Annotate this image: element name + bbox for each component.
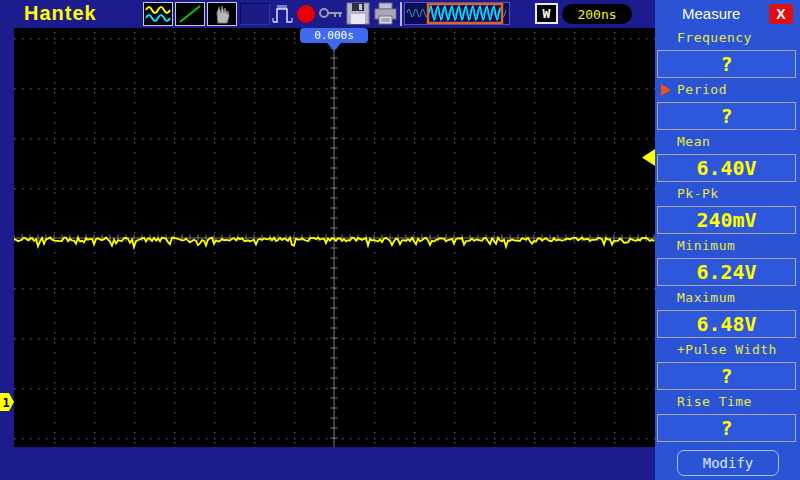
selected-item-arrow-icon <box>661 84 671 96</box>
measure-item-rise-time[interactable]: Rise Time <box>677 394 752 412</box>
preview-wave-glyph <box>405 3 509 24</box>
save-icon[interactable] <box>346 2 370 29</box>
measure-value-frequency: ? <box>657 50 796 78</box>
trigger-level-marker[interactable] <box>641 149 655 171</box>
waveform-channels-icon[interactable] <box>143 2 173 26</box>
close-icon[interactable]: X <box>769 4 793 24</box>
waveform-preview-strip[interactable] <box>404 2 510 25</box>
key-icon[interactable] <box>319 6 344 25</box>
hand-tool-glyph <box>208 3 236 25</box>
print-glyph <box>373 2 398 26</box>
toolbar-input-field[interactable] <box>240 3 270 25</box>
measure-item--pulse-width[interactable]: +Pulse Width <box>677 342 777 360</box>
print-icon[interactable] <box>373 2 398 30</box>
panel-title: Measure <box>682 5 740 22</box>
status-bar: DC 20 2.00V CH1 9.76V 0.00000Hz <box>0 447 655 480</box>
trigger-level-glyph <box>641 149 655 167</box>
window-icon[interactable]: W <box>535 3 558 24</box>
measure-value-pk-pk: 240mV <box>657 206 796 234</box>
waveform-channels-glyph <box>144 3 172 25</box>
measure-value-rise-time: ? <box>657 414 796 442</box>
modify-button[interactable]: Modify <box>677 450 779 476</box>
hand-tool-icon[interactable] <box>207 2 237 26</box>
pulse-glyph <box>271 2 295 26</box>
trigger-time-marker[interactable]: 0.000s <box>300 28 368 43</box>
cursor-line-icon[interactable] <box>175 2 205 26</box>
measure-item-pk-pk[interactable]: Pk-Pk <box>677 186 719 204</box>
oscilloscope-app: Hantek <box>0 0 800 480</box>
measure-item-mean[interactable]: Mean <box>677 134 710 152</box>
measure-item-period[interactable]: Period <box>677 82 727 100</box>
measure-value-mean: 6.40V <box>657 154 796 182</box>
measure-value--pulse-width: ? <box>657 362 796 390</box>
measure-panel: Frequency?Period?Mean6.40VPk-Pk240mVMini… <box>655 28 800 480</box>
hantek-logo: Hantek <box>24 2 97 25</box>
scope-screen <box>14 28 655 447</box>
measure-value-maximum: 6.48V <box>657 310 796 338</box>
measure-panel-header: Measure X <box>655 0 800 28</box>
measure-item-frequency[interactable]: Frequency <box>677 30 752 48</box>
toolbar-divider <box>400 2 402 26</box>
save-glyph <box>346 2 370 25</box>
pulse-icon[interactable] <box>271 2 295 30</box>
channel1-marker-glyph: 1 <box>0 392 15 412</box>
measure-item-maximum[interactable]: Maximum <box>677 290 735 308</box>
key-glyph <box>319 6 344 21</box>
svg-text:1: 1 <box>3 396 10 410</box>
graticule-and-trace <box>14 28 655 447</box>
measure-value-period: ? <box>657 102 796 130</box>
trigger-position-pointer-icon[interactable] <box>327 43 341 51</box>
timebase-readout[interactable]: 200ns <box>562 4 632 24</box>
measure-item-minimum[interactable]: Minimum <box>677 238 735 256</box>
record-icon[interactable] <box>297 5 315 23</box>
measure-value-minimum: 6.24V <box>657 258 796 286</box>
channel1-marker[interactable]: 1 <box>0 392 15 416</box>
cursor-line-glyph <box>176 3 204 25</box>
